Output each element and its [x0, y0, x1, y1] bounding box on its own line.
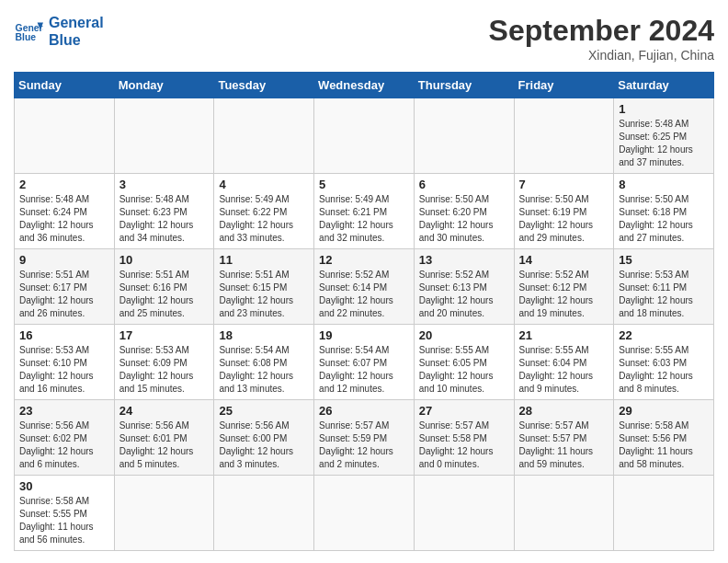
day-number: 10	[119, 253, 210, 267]
day-info: Sunrise: 5:57 AM Sunset: 5:58 PM Dayligh…	[419, 420, 494, 469]
day-info: Sunrise: 5:56 AM Sunset: 6:02 PM Dayligh…	[19, 420, 94, 469]
day-info: Sunrise: 5:48 AM Sunset: 6:24 PM Dayligh…	[19, 194, 94, 243]
day-number: 7	[519, 178, 609, 191]
calendar-week-1: 1Sunrise: 5:48 AM Sunset: 6:25 PM Daylig…	[15, 98, 714, 174]
day-number: 6	[419, 178, 509, 191]
day-info: Sunrise: 5:48 AM Sunset: 6:25 PM Dayligh…	[619, 119, 693, 167]
calendar-cell: 21Sunrise: 5:55 AM Sunset: 6:04 PM Dayli…	[514, 325, 614, 400]
day-number: 17	[119, 328, 210, 342]
calendar-table: SundayMondayTuesdayWednesdayThursdayFrid…	[14, 72, 714, 551]
calendar-cell	[414, 476, 514, 551]
day-info: Sunrise: 5:55 AM Sunset: 6:05 PM Dayligh…	[419, 345, 494, 394]
calendar-cell: 15Sunrise: 5:53 AM Sunset: 6:11 PM Dayli…	[614, 249, 714, 325]
day-info: Sunrise: 5:53 AM Sunset: 6:09 PM Dayligh…	[119, 345, 194, 394]
day-info: Sunrise: 5:52 AM Sunset: 6:13 PM Dayligh…	[419, 270, 494, 318]
calendar-cell: 17Sunrise: 5:53 AM Sunset: 6:09 PM Dayli…	[114, 325, 214, 400]
day-number: 28	[519, 404, 609, 418]
day-info: Sunrise: 5:52 AM Sunset: 6:14 PM Dayligh…	[319, 270, 393, 318]
calendar-cell: 20Sunrise: 5:55 AM Sunset: 6:05 PM Dayli…	[414, 325, 514, 400]
calendar-week-6: 30Sunrise: 5:58 AM Sunset: 5:55 PM Dayli…	[15, 476, 714, 551]
day-info: Sunrise: 5:51 AM Sunset: 6:17 PM Dayligh…	[19, 270, 94, 318]
calendar-week-2: 2Sunrise: 5:48 AM Sunset: 6:24 PM Daylig…	[15, 174, 714, 249]
svg-text:Blue: Blue	[16, 33, 37, 43]
logo-icon: General Blue	[14, 17, 43, 46]
calendar-cell	[314, 476, 415, 551]
calendar-body: 1Sunrise: 5:48 AM Sunset: 6:25 PM Daylig…	[15, 98, 714, 551]
calendar-cell: 23Sunrise: 5:56 AM Sunset: 6:02 PM Dayli…	[15, 400, 115, 476]
calendar-cell: 9Sunrise: 5:51 AM Sunset: 6:17 PM Daylig…	[15, 249, 115, 325]
day-info: Sunrise: 5:52 AM Sunset: 6:12 PM Dayligh…	[519, 270, 594, 318]
calendar-cell	[414, 98, 514, 174]
logo: General Blue General Blue	[14, 14, 104, 49]
calendar-cell: 6Sunrise: 5:50 AM Sunset: 6:20 PM Daylig…	[414, 174, 514, 249]
calendar-cell: 22Sunrise: 5:55 AM Sunset: 6:03 PM Dayli…	[614, 325, 714, 400]
day-info: Sunrise: 5:53 AM Sunset: 6:10 PM Dayligh…	[19, 345, 94, 394]
calendar-cell	[214, 98, 314, 174]
day-number: 15	[619, 253, 709, 267]
day-header-sunday: Sunday	[15, 73, 115, 98]
day-number: 30	[19, 479, 109, 493]
day-number: 3	[119, 178, 210, 191]
day-info: Sunrise: 5:56 AM Sunset: 6:00 PM Dayligh…	[219, 420, 293, 469]
calendar-week-5: 23Sunrise: 5:56 AM Sunset: 6:02 PM Dayli…	[15, 400, 714, 476]
day-number: 24	[119, 404, 210, 418]
calendar-cell: 29Sunrise: 5:58 AM Sunset: 5:56 PM Dayli…	[614, 400, 714, 476]
day-number: 4	[219, 178, 309, 191]
calendar-cell: 13Sunrise: 5:52 AM Sunset: 6:13 PM Dayli…	[414, 249, 514, 325]
day-number: 14	[519, 253, 609, 267]
day-number: 2	[19, 178, 109, 191]
day-info: Sunrise: 5:56 AM Sunset: 6:01 PM Dayligh…	[119, 420, 194, 469]
day-header-tuesday: Tuesday	[214, 73, 314, 98]
calendar-cell: 24Sunrise: 5:56 AM Sunset: 6:01 PM Dayli…	[114, 400, 214, 476]
day-number: 23	[19, 404, 109, 418]
logo-text-blue: Blue	[49, 31, 104, 49]
calendar-cell: 11Sunrise: 5:51 AM Sunset: 6:15 PM Dayli…	[214, 249, 314, 325]
day-header-thursday: Thursday	[414, 73, 514, 98]
day-info: Sunrise: 5:49 AM Sunset: 6:22 PM Dayligh…	[219, 194, 293, 243]
page-header: General Blue General Blue September 2024…	[14, 14, 714, 63]
day-info: Sunrise: 5:55 AM Sunset: 6:03 PM Dayligh…	[619, 345, 693, 394]
calendar-cell: 1Sunrise: 5:48 AM Sunset: 6:25 PM Daylig…	[614, 98, 714, 174]
calendar-week-4: 16Sunrise: 5:53 AM Sunset: 6:10 PM Dayli…	[15, 325, 714, 400]
calendar-cell: 18Sunrise: 5:54 AM Sunset: 6:08 PM Dayli…	[214, 325, 314, 400]
day-number: 11	[219, 253, 309, 267]
day-info: Sunrise: 5:58 AM Sunset: 5:55 PM Dayligh…	[19, 496, 94, 545]
day-number: 8	[619, 178, 709, 191]
day-number: 18	[219, 328, 309, 342]
day-number: 27	[419, 404, 509, 418]
day-header-friday: Friday	[514, 73, 614, 98]
day-info: Sunrise: 5:51 AM Sunset: 6:16 PM Dayligh…	[119, 270, 194, 318]
day-info: Sunrise: 5:51 AM Sunset: 6:15 PM Dayligh…	[219, 270, 293, 318]
calendar-cell: 28Sunrise: 5:57 AM Sunset: 5:57 PM Dayli…	[514, 400, 614, 476]
day-number: 13	[419, 253, 509, 267]
calendar-cell: 2Sunrise: 5:48 AM Sunset: 6:24 PM Daylig…	[15, 174, 115, 249]
calendar-cell	[314, 98, 415, 174]
day-number: 19	[319, 328, 409, 342]
day-info: Sunrise: 5:50 AM Sunset: 6:20 PM Dayligh…	[419, 194, 494, 243]
day-number: 1	[619, 102, 709, 116]
calendar-cell: 16Sunrise: 5:53 AM Sunset: 6:10 PM Dayli…	[15, 325, 115, 400]
day-info: Sunrise: 5:54 AM Sunset: 6:07 PM Dayligh…	[319, 345, 393, 394]
day-number: 5	[319, 178, 409, 191]
calendar-cell: 3Sunrise: 5:48 AM Sunset: 6:23 PM Daylig…	[114, 174, 214, 249]
day-number: 21	[519, 328, 609, 342]
day-info: Sunrise: 5:48 AM Sunset: 6:23 PM Dayligh…	[119, 194, 194, 243]
day-number: 26	[319, 404, 409, 418]
calendar-cell	[514, 98, 614, 174]
calendar-cell	[15, 98, 115, 174]
day-info: Sunrise: 5:54 AM Sunset: 6:08 PM Dayligh…	[219, 345, 293, 394]
day-header-monday: Monday	[114, 73, 214, 98]
day-info: Sunrise: 5:57 AM Sunset: 5:59 PM Dayligh…	[319, 420, 393, 469]
calendar-cell	[214, 476, 314, 551]
day-number: 25	[219, 404, 309, 418]
calendar-header-row: SundayMondayTuesdayWednesdayThursdayFrid…	[15, 73, 714, 98]
calendar-cell: 7Sunrise: 5:50 AM Sunset: 6:19 PM Daylig…	[514, 174, 614, 249]
day-info: Sunrise: 5:58 AM Sunset: 5:56 PM Dayligh…	[619, 420, 693, 469]
day-info: Sunrise: 5:55 AM Sunset: 6:04 PM Dayligh…	[519, 345, 594, 394]
location: Xindian, Fujian, China	[489, 48, 714, 63]
day-number: 12	[319, 253, 409, 267]
calendar-cell	[514, 476, 614, 551]
day-info: Sunrise: 5:50 AM Sunset: 6:19 PM Dayligh…	[519, 194, 594, 243]
calendar-cell: 5Sunrise: 5:49 AM Sunset: 6:21 PM Daylig…	[314, 174, 415, 249]
calendar-cell: 8Sunrise: 5:50 AM Sunset: 6:18 PM Daylig…	[614, 174, 714, 249]
